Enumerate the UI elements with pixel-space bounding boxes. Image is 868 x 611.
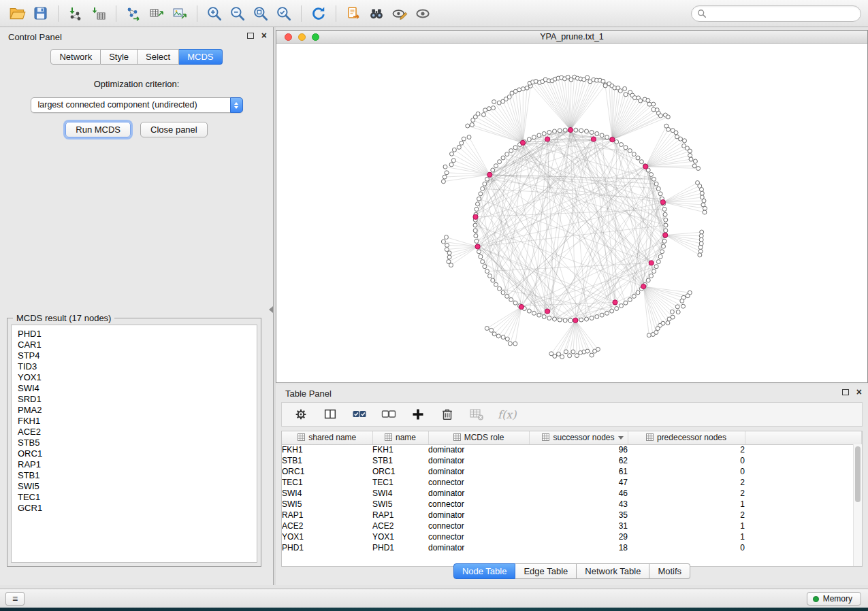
table-cell[interactable]: FKH1	[372, 444, 428, 455]
graph-node[interactable]	[615, 140, 619, 144]
graph-node[interactable]	[656, 260, 660, 264]
tab-network-table[interactable]: Network Table	[577, 563, 649, 579]
table-cell[interactable]: dominator	[428, 455, 529, 466]
graph-leaf-node[interactable]	[441, 240, 445, 244]
graph-node[interactable]	[646, 278, 650, 282]
graph-node[interactable]	[649, 274, 654, 278]
table-cell[interactable]: 18	[529, 542, 628, 553]
graph-node[interactable]	[505, 294, 509, 298]
table-cell[interactable]: SWI5	[282, 499, 372, 510]
table-cell[interactable]: 2	[628, 510, 745, 521]
graph-leaf-node[interactable]	[501, 335, 505, 340]
table-scrollbar[interactable]	[853, 444, 862, 566]
graph-leaf-node[interactable]	[457, 145, 461, 149]
show-columns-button[interactable]	[322, 406, 338, 423]
graph-leaf-node[interactable]	[485, 327, 489, 331]
mcds-result-item[interactable]: ACE2	[18, 427, 257, 437]
graph-leaf-node[interactable]	[702, 199, 706, 203]
graph-node[interactable]	[628, 298, 632, 302]
table-cell[interactable]: dominator	[428, 466, 529, 477]
sort-caret-icon[interactable]	[618, 436, 624, 440]
graph-leaf-node[interactable]	[482, 113, 486, 117]
graph-node[interactable]	[498, 160, 502, 164]
graph-leaf-node[interactable]	[441, 180, 445, 184]
tab-motifs[interactable]: Motifs	[649, 563, 690, 579]
tab-edge-table[interactable]: Edge Table	[515, 563, 577, 579]
mcds-result-item[interactable]: GCR1	[18, 503, 257, 514]
graph-leaf-node[interactable]	[449, 163, 453, 167]
graph-leaf-node[interactable]	[590, 353, 594, 357]
graph-hub-node[interactable]	[545, 309, 550, 314]
graph-node[interactable]	[585, 317, 589, 321]
graph-node[interactable]	[483, 182, 487, 186]
column-header-name[interactable]: name	[372, 431, 428, 444]
graph-node[interactable]	[636, 291, 640, 295]
graph-hub-node[interactable]	[573, 318, 578, 323]
table-row[interactable]: ORC1ORC1dominator610	[282, 466, 862, 477]
graph-node[interactable]	[662, 208, 666, 212]
graph-leaf-node[interactable]	[470, 122, 474, 127]
graph-leaf-node[interactable]	[585, 76, 590, 80]
graph-leaf-node[interactable]	[666, 321, 670, 325]
graph-node[interactable]	[585, 129, 589, 133]
mcds-result-item[interactable]: PMA2	[18, 405, 257, 416]
graph-node[interactable]	[532, 135, 536, 139]
mcds-result-item[interactable]: SRD1	[18, 394, 257, 405]
table-cell[interactable]: connector	[428, 477, 529, 488]
export-table-button[interactable]	[146, 3, 167, 24]
graph-node[interactable]	[579, 129, 583, 133]
graph-leaf-node[interactable]	[507, 95, 511, 99]
graph-leaf-node[interactable]	[445, 171, 449, 175]
table-cell[interactable]: 62	[529, 455, 628, 466]
graph-node[interactable]	[537, 133, 541, 137]
graph-leaf-node[interactable]	[466, 124, 470, 128]
graph-node[interactable]	[481, 186, 485, 191]
table-cell[interactable]: 2	[628, 444, 745, 455]
table-cell[interactable]: dominator	[428, 488, 529, 499]
memory-button[interactable]: Memory	[807, 592, 861, 606]
graph-node[interactable]	[605, 135, 609, 139]
graph-leaf-node[interactable]	[447, 260, 451, 264]
graph-leaf-node[interactable]	[447, 251, 451, 255]
graph-node[interactable]	[483, 265, 487, 269]
graph-leaf-node[interactable]	[521, 87, 525, 91]
table-cell[interactable]: RAP1	[282, 510, 372, 521]
graph-leaf-node[interactable]	[647, 333, 651, 337]
delete-table-button[interactable]	[468, 406, 485, 423]
float-panel-icon[interactable]	[247, 33, 254, 39]
graph-node[interactable]	[501, 291, 505, 295]
graph-node[interactable]	[542, 315, 546, 319]
tab-select[interactable]: Select	[138, 49, 179, 65]
table-cell[interactable]: RAP1	[372, 510, 428, 521]
tab-network[interactable]: Network	[50, 49, 101, 65]
graph-leaf-node[interactable]	[624, 93, 628, 97]
graph-node[interactable]	[620, 143, 624, 147]
graph-leaf-node[interactable]	[681, 304, 686, 308]
table-cell[interactable]: STB1	[282, 455, 372, 466]
graph-leaf-node[interactable]	[688, 149, 692, 153]
graph-leaf-node[interactable]	[560, 354, 564, 359]
graph-node[interactable]	[477, 250, 481, 254]
graph-node[interactable]	[473, 229, 477, 233]
minimize-window-icon[interactable]	[298, 33, 306, 41]
graph-leaf-node[interactable]	[692, 164, 696, 168]
graph-leaf-node[interactable]	[571, 350, 575, 354]
graph-node[interactable]	[652, 177, 656, 181]
graph-node[interactable]	[662, 240, 666, 244]
table-row[interactable]: PHD1PHD1dominator180	[282, 542, 862, 553]
graph-leaf-node[interactable]	[593, 349, 597, 353]
graph-leaf-node[interactable]	[651, 333, 655, 337]
graph-leaf-node[interactable]	[492, 100, 496, 104]
graph-leaf-node[interactable]	[700, 230, 704, 234]
zoom-in-button[interactable]	[204, 3, 225, 24]
graph-leaf-node[interactable]	[647, 102, 652, 106]
table-cell[interactable]: TEC1	[282, 477, 372, 488]
table-row[interactable]: YOX1YOX1connector291	[282, 531, 862, 542]
table-row[interactable]: RAP1RAP1dominator352	[282, 510, 862, 521]
mcds-result-item[interactable]: STB1	[18, 470, 257, 481]
graph-leaf-node[interactable]	[700, 188, 704, 192]
graph-leaf-node[interactable]	[693, 159, 697, 163]
table-cell[interactable]: 61	[529, 466, 628, 477]
table-cell[interactable]: connector	[428, 531, 529, 542]
graph-leaf-node[interactable]	[568, 354, 572, 358]
